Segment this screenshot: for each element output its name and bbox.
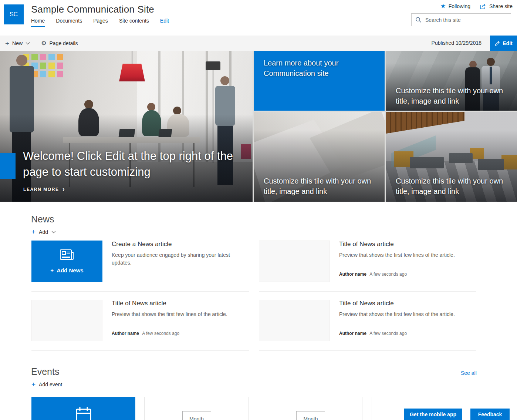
get-mobile-app-button[interactable]: Get the mobile app — [404, 409, 462, 420]
add-news-tile[interactable]: + Add News — [31, 241, 102, 282]
new-button[interactable]: + New — [5, 40, 30, 47]
add-news-label: Add News — [57, 267, 84, 273]
search-icon — [415, 17, 422, 23]
share-icon — [480, 3, 487, 9]
site-title: Sample Communication Site — [31, 4, 154, 15]
tile-title: Customize this tile with your own title,… — [396, 85, 507, 106]
follow-label: Following — [449, 3, 470, 9]
news-card-timestamp: A few seconds ago — [142, 331, 179, 336]
news-card-thumbnail[interactable] — [31, 300, 102, 341]
page-details-label: Page details — [49, 40, 78, 46]
news-card-byline: Author name A few seconds ago — [112, 331, 179, 336]
news-card-timestamp: A few seconds ago — [369, 331, 407, 336]
news-card-title[interactable]: Title of News article — [112, 300, 249, 307]
nav-item-edit[interactable]: Edit — [160, 18, 169, 27]
news-card-author: Author name — [339, 331, 366, 336]
news-card-preview: Preview that shows the first few lines o… — [112, 310, 243, 318]
hero-tile-learn-more[interactable]: Learn more about your Communication site — [254, 51, 385, 111]
events-heading: Events — [31, 366, 59, 377]
chevron-down-icon — [51, 231, 56, 233]
plus-icon: + — [31, 228, 36, 235]
event-tile-calendar[interactable] — [31, 397, 135, 420]
hero-tile-customize-1[interactable]: Customize this tile with your own title,… — [386, 51, 517, 111]
sharepoint-communication-site-page: SC Sample Communication Site Home Docume… — [0, 0, 517, 420]
news-card-preview: Preview that shows the first few lines o… — [339, 310, 470, 318]
event-month-box: Month — [296, 411, 325, 420]
share-label: Share site — [489, 3, 513, 9]
hero-learn-more-link[interactable]: LEARN MORE › — [23, 185, 65, 193]
calendar-icon — [74, 406, 93, 420]
news-card-author: Author name — [339, 272, 366, 277]
published-status: Published 10/29/2018 — [432, 40, 481, 46]
news-card-byline: Author name A few seconds ago — [339, 331, 407, 336]
event-card[interactable]: Month — [259, 397, 362, 420]
event-card[interactable]: Month — [144, 397, 249, 420]
chevron-down-icon — [26, 42, 30, 45]
chevron-right-icon: › — [62, 185, 65, 193]
hero-accent-block — [0, 153, 16, 179]
event-month-box: Month — [182, 411, 211, 420]
news-card-thumbnail[interactable] — [259, 300, 330, 341]
news-card: Title of News article Preview that shows… — [259, 241, 476, 292]
edit-page-button[interactable]: Edit — [490, 36, 517, 51]
tile-title: Customize this tile with your own title,… — [264, 176, 375, 196]
news-card-title[interactable]: Create a News article — [112, 241, 249, 248]
site-navigation: Home Documents Pages Site contents Edit — [31, 18, 180, 27]
news-card-thumbnail[interactable] — [259, 241, 330, 282]
pencil-icon — [494, 41, 500, 46]
news-card-preview: Keep your audience engaged by sharing yo… — [112, 251, 243, 267]
page-details-button[interactable]: ⚙ Page details — [41, 40, 78, 46]
hero-welcome-title: Welcome! Click Edit at the top right of … — [23, 148, 239, 180]
news-add-button[interactable]: + Add — [31, 228, 56, 235]
events-see-all-link[interactable]: See all — [461, 370, 477, 376]
add-event-label: Add event — [39, 382, 62, 387]
nav-item-home[interactable]: Home — [31, 18, 45, 27]
tile-title: Customize this tile with your own title,… — [396, 176, 507, 196]
site-search — [411, 13, 511, 26]
newspaper-icon — [60, 249, 74, 261]
news-card-timestamp: A few seconds ago — [369, 272, 407, 277]
news-card: + Add News Create a News article Keep yo… — [31, 241, 249, 292]
nav-item-pages[interactable]: Pages — [93, 18, 108, 27]
star-icon: ★ — [440, 3, 446, 9]
follow-button[interactable]: ★ Following — [440, 3, 470, 9]
share-site-button[interactable]: Share site — [480, 3, 513, 9]
new-label: New — [12, 40, 23, 46]
site-logo[interactable]: SC — [4, 4, 24, 24]
news-card-preview: Preview that shows the first few lines o… — [339, 251, 470, 259]
edit-button-label: Edit — [503, 40, 512, 46]
tile-title: Learn more about your Communication site — [264, 58, 352, 78]
hero-tile-customize-2[interactable]: Customize this tile with your own title,… — [254, 112, 385, 202]
news-card-title[interactable]: Title of News article — [339, 241, 476, 248]
news-card-author: Author name — [112, 331, 139, 336]
learn-more-label: LEARN MORE — [23, 187, 59, 192]
news-card-byline: Author name A few seconds ago — [339, 272, 407, 277]
add-event-button[interactable]: + Add event — [31, 381, 62, 388]
plus-icon: + — [31, 381, 36, 388]
nav-item-documents[interactable]: Documents — [56, 18, 82, 27]
news-card-title[interactable]: Title of News article — [339, 300, 476, 307]
plus-icon: + — [5, 40, 9, 47]
news-heading: News — [31, 214, 54, 225]
news-card: Title of News article Preview that shows… — [31, 300, 249, 351]
news-add-label: Add — [39, 229, 48, 235]
nav-item-site-contents[interactable]: Site contents — [119, 18, 149, 27]
gear-icon: ⚙ — [41, 40, 46, 46]
hero-tile-customize-3[interactable]: Customize this tile with your own title,… — [386, 112, 517, 202]
search-input[interactable] — [425, 17, 507, 23]
feedback-button[interactable]: Feedback — [470, 409, 510, 420]
header-actions: ★ Following Share site — [440, 3, 513, 9]
hero-webpart: Welcome! Click Edit at the top right of … — [0, 51, 517, 202]
news-card: Title of News article Preview that shows… — [259, 300, 476, 351]
plus-icon: + — [50, 267, 54, 273]
